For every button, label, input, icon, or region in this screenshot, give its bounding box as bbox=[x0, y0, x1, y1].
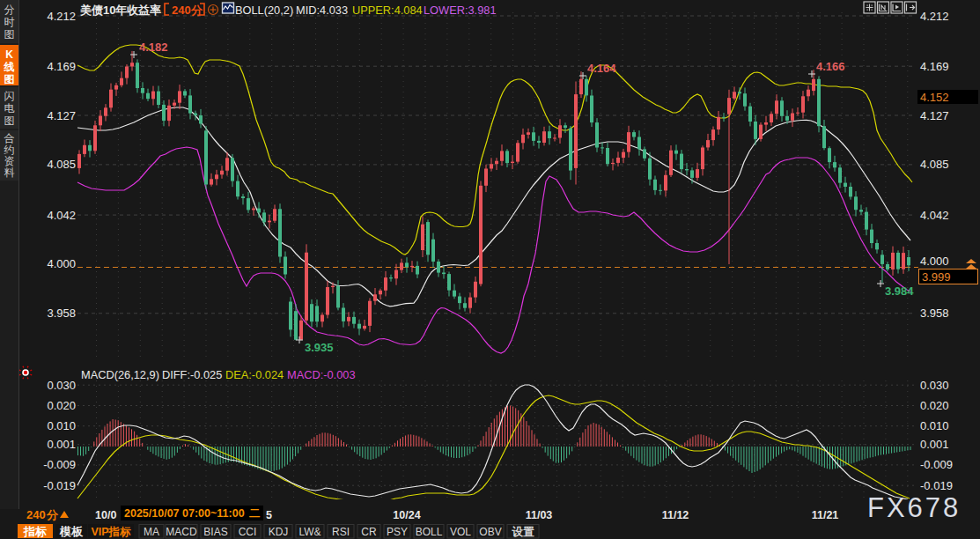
svg-text:3.999: 3.999 bbox=[922, 270, 951, 284]
svg-text:4.166: 4.166 bbox=[816, 60, 845, 73]
svg-text:率: 率 bbox=[150, 4, 161, 17]
svg-text:5: 5 bbox=[266, 509, 272, 521]
svg-text:分: 分 bbox=[46, 508, 59, 521]
svg-text:收: 收 bbox=[127, 4, 139, 17]
svg-text:MACD:-0.003: MACD:-0.003 bbox=[287, 368, 356, 381]
svg-text:VOL: VOL bbox=[450, 526, 471, 538]
svg-text:-0.009: -0.009 bbox=[43, 458, 76, 471]
svg-text:4.127: 4.127 bbox=[920, 109, 949, 122]
svg-text:3.958: 3.958 bbox=[920, 306, 949, 320]
svg-text:4.000: 4.000 bbox=[47, 257, 76, 270]
svg-text:债: 债 bbox=[91, 4, 103, 17]
svg-text:4.182: 4.182 bbox=[139, 41, 168, 54]
svg-text:0.001: 0.001 bbox=[920, 438, 949, 451]
svg-text:MACD(26,12,9): MACD(26,12,9) bbox=[81, 368, 159, 381]
svg-text:MACD: MACD bbox=[166, 526, 197, 538]
svg-text:PSY: PSY bbox=[387, 526, 408, 538]
svg-text:4.152: 4.152 bbox=[920, 91, 949, 104]
svg-text:二: 二 bbox=[249, 507, 261, 520]
svg-text:RSI: RSI bbox=[332, 526, 350, 538]
svg-text:11/21: 11/21 bbox=[812, 509, 839, 521]
svg-text:0.010: 0.010 bbox=[47, 419, 76, 432]
svg-text:LOWER:3.981: LOWER:3.981 bbox=[424, 4, 497, 17]
svg-text:FX678: FX678 bbox=[867, 492, 961, 523]
svg-text:3.935: 3.935 bbox=[305, 341, 334, 354]
svg-text:3.958: 3.958 bbox=[47, 306, 76, 320]
svg-text:11/03: 11/03 bbox=[526, 509, 553, 521]
svg-text:240: 240 bbox=[172, 4, 191, 17]
svg-text:4.212: 4.212 bbox=[47, 10, 76, 23]
svg-text:10/0: 10/0 bbox=[95, 509, 116, 521]
svg-text:料: 料 bbox=[4, 166, 15, 179]
svg-text:美: 美 bbox=[79, 4, 92, 17]
svg-text:4.000: 4.000 bbox=[920, 255, 949, 268]
svg-text:240: 240 bbox=[26, 508, 46, 521]
svg-text:4.169: 4.169 bbox=[920, 60, 949, 73]
svg-text:4.042: 4.042 bbox=[47, 209, 76, 222]
svg-text:指标: 指标 bbox=[23, 525, 47, 538]
svg-text:UPPER:4.084: UPPER:4.084 bbox=[352, 4, 423, 17]
svg-text:分: 分 bbox=[4, 4, 15, 16]
svg-text:4.042: 4.042 bbox=[920, 209, 949, 222]
svg-text:VIP指标: VIP指标 bbox=[91, 526, 131, 538]
svg-text:约: 约 bbox=[4, 144, 15, 156]
svg-text:0.030: 0.030 bbox=[920, 379, 949, 392]
svg-text:图: 图 bbox=[4, 114, 15, 127]
svg-text:图: 图 bbox=[4, 28, 15, 41]
svg-text:10: 10 bbox=[103, 4, 115, 17]
svg-text:0.010: 0.010 bbox=[920, 419, 949, 432]
svg-text:线: 线 bbox=[4, 61, 15, 73]
svg-text:年: 年 bbox=[114, 4, 128, 17]
svg-text:0.001: 0.001 bbox=[47, 438, 76, 451]
svg-text:4.164: 4.164 bbox=[587, 62, 616, 75]
svg-text:-0.019: -0.019 bbox=[920, 479, 953, 492]
svg-text:设置: 设置 bbox=[512, 526, 535, 538]
svg-text:OBV: OBV bbox=[479, 526, 501, 538]
svg-text:4.169: 4.169 bbox=[47, 60, 76, 73]
svg-text:-0.009: -0.009 bbox=[920, 458, 953, 471]
svg-text:BOLL(20,2): BOLL(20,2) bbox=[235, 4, 293, 17]
svg-text:益: 益 bbox=[137, 4, 150, 17]
svg-text:MA: MA bbox=[144, 526, 159, 538]
svg-text:DEA:-0.024: DEA:-0.024 bbox=[225, 368, 284, 381]
svg-text:3.984: 3.984 bbox=[885, 284, 914, 298]
svg-text:4.085: 4.085 bbox=[920, 158, 949, 171]
svg-text:LW&: LW& bbox=[298, 526, 321, 538]
svg-text:BOLL: BOLL bbox=[416, 526, 443, 538]
svg-text:2025/10/07 07:00~11:00: 2025/10/07 07:00~11:00 bbox=[124, 507, 245, 520]
svg-text:10/24: 10/24 bbox=[393, 509, 420, 521]
svg-text:CCI: CCI bbox=[239, 526, 257, 538]
svg-text:BIAS: BIAS bbox=[203, 526, 227, 538]
svg-text:闪: 闪 bbox=[4, 90, 15, 102]
svg-text:0.030: 0.030 bbox=[47, 379, 76, 392]
svg-text:0.020: 0.020 bbox=[920, 399, 949, 412]
svg-text:MID:4.033: MID:4.033 bbox=[296, 4, 348, 17]
svg-text:K: K bbox=[5, 48, 13, 61]
svg-text:11/12: 11/12 bbox=[662, 509, 689, 521]
svg-text:时: 时 bbox=[4, 16, 15, 28]
svg-text:4.212: 4.212 bbox=[920, 10, 949, 23]
svg-text:KDJ: KDJ bbox=[269, 526, 289, 538]
svg-text:图: 图 bbox=[4, 73, 15, 85]
svg-text:合: 合 bbox=[4, 132, 15, 144]
svg-text:DIFF:-0.025: DIFF:-0.025 bbox=[162, 368, 222, 381]
svg-text:电: 电 bbox=[4, 102, 15, 114]
svg-text:模板: 模板 bbox=[59, 525, 84, 538]
svg-text:4.085: 4.085 bbox=[47, 158, 76, 171]
svg-text:4.127: 4.127 bbox=[47, 109, 76, 122]
svg-text:0.020: 0.020 bbox=[47, 399, 76, 412]
svg-text:资: 资 bbox=[4, 155, 15, 167]
svg-text:CR: CR bbox=[361, 526, 377, 538]
svg-text:-0.019: -0.019 bbox=[43, 479, 76, 492]
